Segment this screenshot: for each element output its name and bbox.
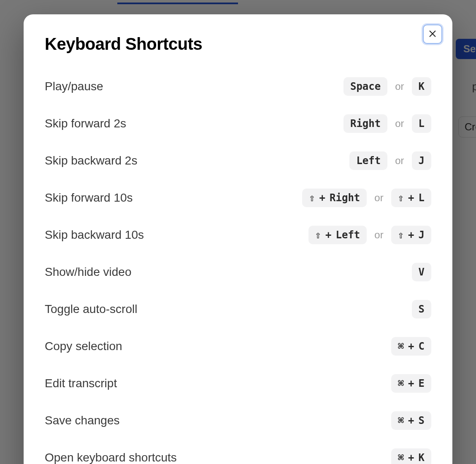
plus-glyph: + [408,378,414,389]
plus-glyph: + [408,192,414,204]
plus-glyph: + [408,229,414,241]
shortcut-keys: ⌘ + C [391,337,431,356]
shortcut-row: Show/hide videoV [45,254,431,291]
shift-icon: ⇧ [315,230,321,240]
keyboard-shortcuts-modal: Keyboard Shortcuts Play/pauseSpaceorKSki… [24,14,452,464]
key-label: K [419,81,425,92]
shortcut-label: Show/hide video [45,265,131,279]
key-combo: K [412,77,431,96]
shortcut-label: Skip forward 2s [45,117,126,130]
plus-glyph: + [408,415,414,426]
shift-icon: ⇧ [398,230,404,240]
key-combo: ⇧ + L [391,189,431,207]
key-label: K [419,452,425,464]
shortcut-row: Open keyboard shortcuts⌘ + K [45,439,431,464]
shortcut-label: Toggle auto-scroll [45,302,137,316]
key-label: S [419,415,425,426]
shortcut-keys: V [412,263,431,281]
shortcut-row: Edit transcript⌘ + E [45,365,431,402]
close-button[interactable] [423,24,442,44]
shortcut-keys: SpaceorK [343,77,431,96]
shortcut-keys: ⇧ + Leftor⇧ + J [308,226,431,244]
shortcut-row: Skip forward 2sRightorL [45,105,431,142]
key-label: Right [350,118,381,129]
shortcut-label: Play/pause [45,80,103,93]
key-combo: Space [343,77,387,96]
shortcut-row: Save changes⌘ + S [45,402,431,439]
key-combo: L [412,114,431,133]
key-combo: Left [349,151,387,170]
key-combo: ⌘ + K [391,448,431,464]
shortcut-keys: LeftorJ [349,151,431,170]
shortcut-label: Skip backward 10s [45,228,144,242]
shortcut-keys: ⌘ + S [391,411,431,430]
key-label: S [419,303,425,315]
key-combo: ⌘ + E [391,374,431,393]
plus-glyph: + [325,229,331,241]
modal-title: Keyboard Shortcuts [45,35,431,54]
key-combo: J [412,151,431,170]
key-label: Left [356,155,381,167]
shortcut-list: Play/pauseSpaceorKSkip forward 2sRightor… [45,68,431,464]
key-combo: Right [343,114,387,133]
key-label: L [419,192,425,204]
shortcut-keys: RightorL [343,114,431,133]
key-label: Right [330,192,360,204]
shortcut-label: Edit transcript [45,377,117,390]
key-combo: ⌘ + S [391,411,431,430]
plus-glyph: + [408,452,414,464]
shift-icon: ⇧ [398,193,404,203]
plus-glyph: + [408,340,414,352]
shortcut-keys: ⌘ + E [391,374,431,393]
shortcut-row: Skip backward 10s⇧ + Leftor⇧ + J [45,216,431,254]
shortcut-row: Skip backward 2sLeftorJ [45,142,431,179]
shortcut-keys: S [412,300,431,318]
key-label: J [419,155,425,167]
modal-overlay[interactable]: Keyboard Shortcuts Play/pauseSpaceorKSki… [0,0,476,464]
plus-glyph: + [319,192,325,204]
close-icon [428,29,437,40]
shortcut-row: Skip forward 10s⇧ + Rightor⇧ + L [45,179,431,216]
key-label: E [419,378,425,389]
shortcut-row: Play/pauseSpaceorK [45,68,431,105]
key-label: L [419,118,425,129]
key-label: Left [336,229,360,241]
shift-icon: ⇧ [309,193,315,203]
shortcut-row: Copy selection⌘ + C [45,328,431,365]
shortcut-label: Skip backward 2s [45,154,137,167]
key-label: C [419,340,425,352]
or-separator: or [395,118,404,129]
shortcut-label: Open keyboard shortcuts [45,451,177,464]
command-icon: ⌘ [398,453,404,463]
key-combo: ⇧ + J [391,226,431,244]
or-separator: or [395,81,404,92]
shortcut-row: Toggle auto-scrollS [45,291,431,328]
or-separator: or [374,192,383,204]
command-icon: ⌘ [398,415,404,426]
shortcut-keys: ⇧ + Rightor⇧ + L [302,189,431,207]
key-combo: V [412,263,431,281]
key-combo: ⌘ + C [391,337,431,356]
or-separator: or [395,155,404,167]
or-separator: or [374,229,383,241]
key-combo: S [412,300,431,318]
shortcut-keys: ⌘ + K [391,448,431,464]
key-combo: ⇧ + Right [302,189,367,207]
key-label: Space [350,81,381,92]
key-label: V [419,266,425,278]
command-icon: ⌘ [398,341,404,351]
key-combo: ⇧ + Left [308,226,367,244]
command-icon: ⌘ [398,378,404,388]
shortcut-label: Copy selection [45,340,122,353]
key-label: J [419,229,425,241]
shortcut-label: Save changes [45,414,119,427]
shortcut-label: Skip forward 10s [45,191,133,205]
